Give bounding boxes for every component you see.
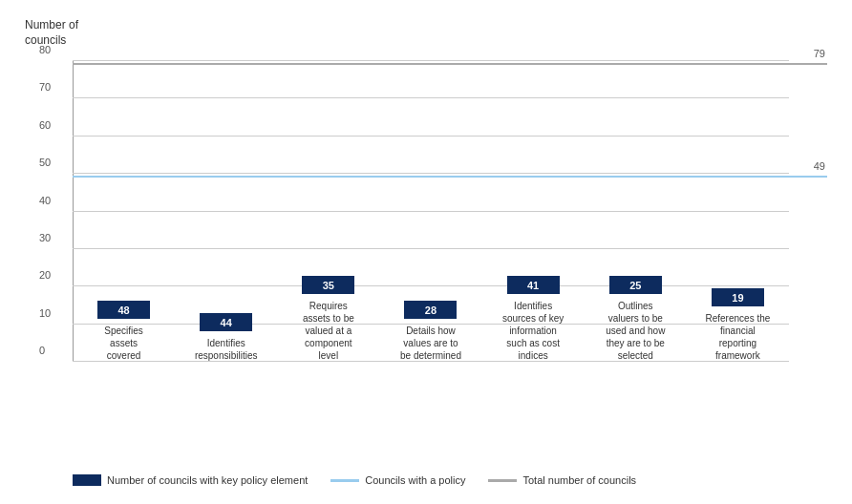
bar-group-1: 44Identifiesresponsibilities bbox=[175, 313, 277, 362]
y-axis-title: Number of councils bbox=[25, 18, 78, 48]
legend-label-total: Total number of councils bbox=[522, 474, 636, 486]
bar-2: 35 bbox=[302, 276, 354, 294]
ref-line-label-79: 79 bbox=[814, 48, 825, 59]
chart-area: 01020304050607080 7949 48Specifiesassets… bbox=[73, 61, 789, 362]
bar-label-2: Requiresassets to bevalued at acomponent… bbox=[303, 300, 354, 362]
bars-row: 48Specifiesassetscovered44Identifiesresp… bbox=[73, 61, 789, 362]
grid-label-80: 80 bbox=[39, 44, 51, 55]
grid-label-60: 60 bbox=[39, 119, 51, 131]
grid-label-40: 40 bbox=[39, 195, 51, 206]
bar-5: 25 bbox=[609, 276, 662, 294]
chart-legend: Number of councils with key policy eleme… bbox=[73, 474, 636, 486]
grid-label-0: 0 bbox=[39, 345, 45, 356]
grid-label-70: 70 bbox=[39, 81, 51, 93]
legend-swatch-councils bbox=[73, 474, 101, 486]
legend-item-gray: Total number of councils bbox=[488, 474, 636, 486]
bar-6: 19 bbox=[712, 288, 764, 306]
legend-item-dark: Number of councils with key policy eleme… bbox=[73, 474, 308, 486]
bar-value-4: 41 bbox=[527, 280, 539, 291]
bar-group-0: 48Specifiesassetscovered bbox=[73, 301, 175, 362]
bar-4: 41 bbox=[507, 276, 560, 294]
bar-value-6: 19 bbox=[732, 292, 743, 304]
bar-label-6: References thefinancialreportingframewor… bbox=[706, 312, 771, 362]
legend-item-blue: Councils with a policy bbox=[330, 474, 465, 486]
bar-value-3: 28 bbox=[425, 304, 437, 316]
legend-swatch-policy bbox=[330, 479, 359, 482]
bar-label-1: Identifiesresponsibilities bbox=[195, 337, 258, 362]
bar-3: 28 bbox=[404, 301, 457, 319]
bar-group-4: 41Identifiessources of keyinformationsuc… bbox=[482, 276, 585, 362]
legend-label-councils: Number of councils with key policy eleme… bbox=[107, 474, 308, 486]
bar-value-1: 44 bbox=[221, 317, 232, 328]
bar-group-6: 19References thefinancialreportingframew… bbox=[687, 288, 789, 362]
grid-label-20: 20 bbox=[39, 269, 51, 281]
bar-1: 44 bbox=[200, 313, 252, 331]
bar-group-3: 28Details howvalues are tobe determined bbox=[379, 301, 481, 362]
grid-label-10: 10 bbox=[39, 307, 51, 319]
bar-group-5: 25Outlinesvaluers to beused and howthey … bbox=[585, 276, 687, 362]
ref-line-label-49: 49 bbox=[814, 160, 825, 172]
bar-label-5: Outlinesvaluers to beused and howthey ar… bbox=[606, 300, 665, 362]
bar-value-5: 25 bbox=[629, 280, 641, 291]
bar-0: 48 bbox=[97, 301, 150, 319]
bar-label-0: Specifiesassetscovered bbox=[104, 325, 143, 362]
bar-group-2: 35Requiresassets to bevalued at acompone… bbox=[277, 276, 379, 362]
bar-label-3: Details howvalues are tobe determined bbox=[400, 325, 461, 362]
bar-label-4: Identifiessources of keyinformationsuch … bbox=[502, 300, 564, 362]
legend-label-policy: Councils with a policy bbox=[365, 474, 465, 486]
chart-container: Number of councils 01020304050607080 794… bbox=[15, 9, 837, 495]
grid-label-30: 30 bbox=[39, 232, 51, 243]
grid-label-50: 50 bbox=[39, 157, 51, 168]
bar-value-0: 48 bbox=[117, 304, 129, 316]
legend-swatch-total bbox=[488, 479, 517, 482]
bar-value-2: 35 bbox=[323, 280, 334, 291]
